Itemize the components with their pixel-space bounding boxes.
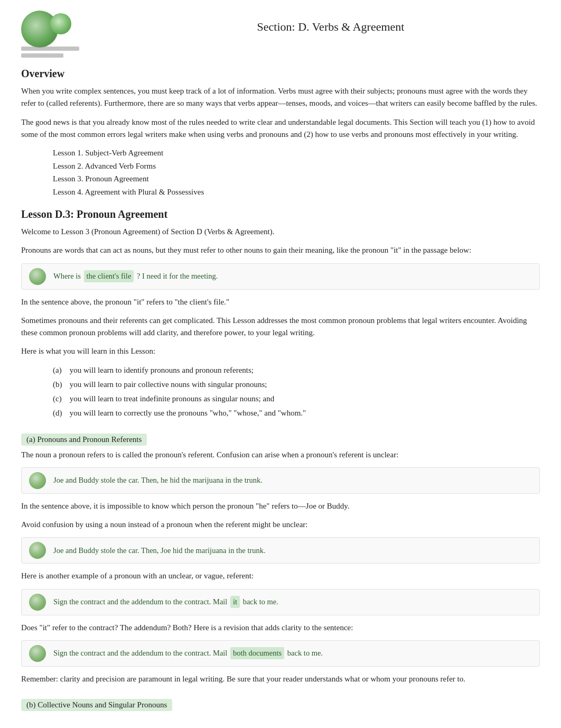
learn-item-d-label: (d) — [53, 407, 68, 419]
learn-item-b-label: (b) — [53, 379, 68, 391]
example-block-5: Sign the contract and the addendum to th… — [21, 640, 540, 667]
toc-item-3: Lesson 3. Pronoun Agreement — [53, 173, 540, 185]
learn-item-d-text: you will learn to correctly use the pron… — [70, 409, 306, 417]
example-5-highlight: both documents — [230, 647, 284, 659]
example-4-text: Sign the contract and the addendum to th… — [53, 596, 278, 608]
logo-image — [21, 11, 90, 58]
learn-list: (a) you will learn to identify pronouns … — [53, 364, 540, 420]
learn-item-c-text: you will learn to treat indefinite prono… — [70, 394, 274, 403]
logo-text-block — [21, 47, 90, 60]
toc-item-1: Lesson 1. Subject-Verb Agreement — [53, 147, 540, 159]
lesson-para1: Pronouns are words that can act as nouns… — [21, 244, 540, 256]
example-4-before: Sign the contract and the addendum to th… — [53, 597, 227, 606]
learn-item-c-label: (c) — [53, 393, 68, 405]
avatar-5 — [29, 645, 46, 662]
avatar-3 — [29, 542, 46, 559]
section-title: Section: D. Verbs & Agreement — [121, 11, 540, 34]
toc-item-4: Lesson 4. Agreement with Plural & Posses… — [53, 186, 540, 198]
lesson-para8: Remember: clarity and precision are para… — [21, 673, 540, 685]
learn-item-a-label: (a) — [53, 364, 68, 376]
lesson-para3: Sometimes pronouns and their referents c… — [21, 315, 540, 339]
section-b-label: (b) Collective Nouns and Singular Pronou… — [21, 692, 540, 714]
lesson-para4: In the sentence above, it is impossible … — [21, 500, 540, 512]
lesson-intro: Welcome to Lesson 3 (Pronoun Agreement) … — [21, 226, 540, 238]
lesson-para6: Here is another example of a pronoun wit… — [21, 570, 540, 582]
lesson-para7: Does "it" refer to the contract? The add… — [21, 622, 540, 634]
section-a-label-text: (a) Pronouns and Pronoun Referents — [21, 434, 147, 446]
overview-para1: When you write complex sentences, you mu… — [21, 85, 540, 110]
logo-area — [21, 11, 111, 58]
example-2-text: Joe and Buddy stole the car. Then, he hi… — [53, 474, 263, 486]
avatar-1 — [29, 268, 46, 285]
example-1-before: Where is — [53, 272, 81, 280]
example-1-highlight: the client's file — [84, 270, 134, 282]
example-block-1: Where is the client's file ? I need it f… — [21, 263, 540, 290]
example-5-text: Sign the contract and the addendum to th… — [53, 647, 323, 659]
example-3-text: Joe and Buddy stole the car. Then, Joe h… — [53, 545, 266, 557]
logo-circle-small — [50, 13, 71, 34]
lesson-para5: Avoid confusion by using a noun instead … — [21, 519, 540, 531]
example-block-3: Joe and Buddy stole the car. Then, Joe h… — [21, 537, 540, 564]
overview-para2: The good news is that you already know m… — [21, 116, 540, 141]
learn-item-a-text: you will learn to identify pronouns and … — [70, 366, 254, 374]
overview-heading: Overview — [21, 68, 540, 80]
table-of-contents: Lesson 1. Subject-Verb Agreement Lesson … — [53, 147, 540, 198]
lesson-para2: In the sentence above, the pronoun "it" … — [21, 296, 540, 308]
toc-item-2: Lesson 2. Advanced Verb Forms — [53, 160, 540, 172]
example-block-2: Joe and Buddy stole the car. Then, he hi… — [21, 467, 540, 494]
logo-text-line-2 — [21, 53, 63, 58]
section-a-label: (a) Pronouns and Pronoun Referents — [21, 426, 540, 449]
example-5-after: back to me. — [287, 649, 323, 657]
logo-text-line-1 — [21, 47, 79, 51]
lesson-heading: Lesson D.3: Pronoun Agreement — [21, 208, 540, 220]
example-1-text: Where is the client's file ? I need it f… — [53, 270, 218, 282]
avatar-4 — [29, 594, 46, 611]
avatar-2 — [29, 472, 46, 489]
learn-item-b-text: you will learn to pair collective nouns … — [70, 380, 267, 389]
section-a-intro: The noun a pronoun refers to is called t… — [21, 449, 540, 461]
learn-item-c: (c) you will learn to treat indefinite p… — [53, 393, 540, 405]
example-4-after: back to me. — [243, 597, 278, 606]
page-header: Section: D. Verbs & Agreement — [21, 11, 540, 58]
example-4-highlight: it — [230, 596, 240, 608]
learn-item-a: (a) you will learn to identify pronouns … — [53, 364, 540, 376]
example-block-4: Sign the contract and the addendum to th… — [21, 589, 540, 615]
example-5-before: Sign the contract and the addendum to th… — [53, 649, 227, 657]
learn-item-d: (d) you will learn to correctly use the … — [53, 407, 540, 419]
learn-item-b: (b) you will learn to pair collective no… — [53, 379, 540, 391]
example-1-after: ? I need it for the meeting. — [137, 272, 218, 280]
section-b-label-text: (b) Collective Nouns and Singular Pronou… — [21, 699, 172, 711]
lesson-learn-intro: Here is what you will learn in this Less… — [21, 345, 540, 357]
